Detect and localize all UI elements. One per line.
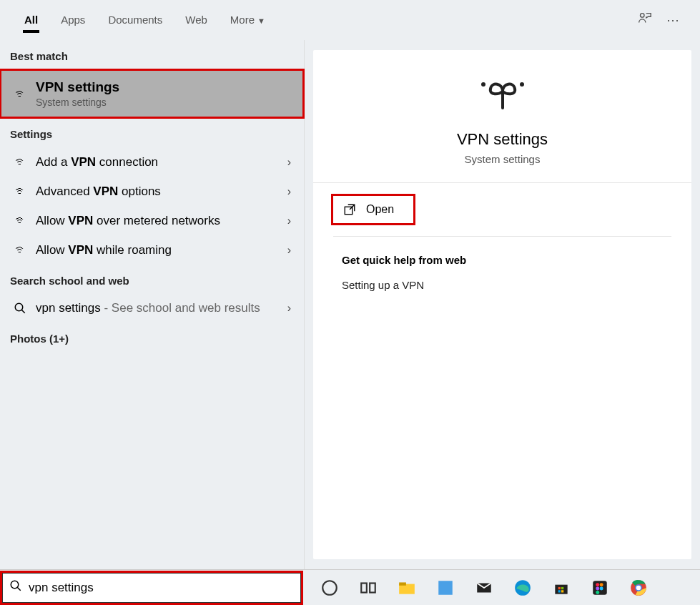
- result-label: Add a VPN connection: [36, 155, 287, 169]
- vpn-icon: ᯤ: [10, 184, 30, 199]
- svg-point-3: [481, 82, 485, 87]
- tab-documents[interactable]: Documents: [97, 4, 174, 37]
- result-label: Allow VPN while roaming: [36, 243, 287, 257]
- best-match-result[interactable]: ᯤ VPN settings System settings: [0, 69, 304, 118]
- open-icon: [343, 203, 356, 216]
- best-match-title: VPN settings: [36, 79, 294, 95]
- chevron-right-icon: ›: [287, 244, 294, 257]
- vpn-icon: ᯤ: [10, 213, 30, 228]
- chevron-right-icon: ›: [287, 302, 294, 315]
- detail-panel: VPN settings System settings Open Get qu…: [313, 50, 691, 559]
- vpn-icon: ᯤ: [10, 154, 30, 169]
- svg-point-25: [600, 586, 603, 590]
- svg-point-29: [636, 585, 641, 590]
- quick-help-link[interactable]: Setting up a VPN: [342, 279, 663, 291]
- chevron-right-icon: ›: [287, 156, 294, 169]
- svg-rect-16: [555, 584, 567, 594]
- svg-point-26: [596, 591, 599, 594]
- file-explorer-icon[interactable]: [389, 572, 425, 604]
- svg-rect-12: [399, 582, 406, 585]
- taskbar-search[interactable]: [1, 572, 302, 604]
- feedback-icon[interactable]: [630, 11, 659, 30]
- svg-point-0: [641, 13, 645, 17]
- figma-icon[interactable]: [582, 572, 618, 604]
- vpn-large-icon: [478, 76, 528, 114]
- detail-title: VPN settings: [457, 130, 548, 149]
- svg-rect-20: [561, 590, 563, 592]
- vpn-icon: ᯤ: [10, 87, 30, 102]
- best-match-subtitle: System settings: [36, 97, 294, 108]
- detail-subtitle: System settings: [465, 153, 541, 165]
- svg-point-6: [11, 581, 19, 589]
- app-icon[interactable]: [428, 572, 463, 604]
- search-results-panel: Best match ᯤ VPN settings System setting…: [0, 40, 305, 569]
- result-label: Allow VPN over metered networks: [36, 214, 287, 228]
- web-search-result[interactable]: vpn settings - See school and web result…: [0, 294, 304, 323]
- svg-point-8: [322, 581, 337, 595]
- tab-more[interactable]: More▼: [219, 4, 277, 37]
- section-settings: Settings: [0, 118, 304, 147]
- chevron-right-icon: ›: [287, 185, 294, 198]
- search-icon: [3, 579, 29, 596]
- vpn-icon: ᯤ: [10, 242, 30, 257]
- section-best-match: Best match: [0, 40, 304, 69]
- search-icon: [10, 302, 30, 315]
- svg-point-4: [520, 82, 524, 87]
- open-button[interactable]: Open: [333, 196, 413, 223]
- svg-line-7: [17, 587, 21, 591]
- svg-rect-13: [438, 581, 453, 595]
- store-icon[interactable]: [543, 572, 579, 604]
- svg-point-24: [596, 586, 599, 590]
- mail-icon[interactable]: [466, 572, 502, 604]
- open-label: Open: [366, 203, 394, 216]
- cortana-icon[interactable]: [312, 572, 347, 604]
- search-input[interactable]: [29, 574, 300, 602]
- tab-apps[interactable]: Apps: [49, 4, 97, 37]
- svg-rect-17: [558, 586, 561, 589]
- svg-rect-19: [558, 590, 561, 592]
- more-options-icon[interactable]: ⋯: [659, 12, 687, 28]
- settings-result-vpn-roaming[interactable]: ᯤ Allow VPN while roaming ›: [0, 235, 304, 265]
- settings-result-advanced-vpn[interactable]: ᯤ Advanced VPN options ›: [0, 177, 304, 206]
- task-view-icon[interactable]: [350, 572, 386, 604]
- svg-rect-10: [370, 583, 375, 592]
- chevron-down-icon: ▼: [257, 16, 265, 25]
- settings-result-add-vpn[interactable]: ᯤ Add a VPN connection ›: [0, 147, 304, 177]
- settings-result-vpn-metered[interactable]: ᯤ Allow VPN over metered networks ›: [0, 206, 304, 235]
- section-photos: Photos (1+): [0, 323, 304, 352]
- svg-rect-9: [361, 583, 367, 592]
- edge-icon[interactable]: [505, 572, 541, 604]
- result-label: vpn settings - See school and web result…: [36, 301, 287, 315]
- chevron-right-icon: ›: [287, 215, 294, 227]
- search-filter-tabs: All Apps Documents Web More▼ ⋯: [0, 0, 700, 40]
- svg-line-2: [21, 310, 25, 313]
- taskbar: [0, 569, 700, 605]
- section-search-web: Search school and web: [0, 265, 304, 294]
- tab-all[interactable]: All: [13, 4, 49, 37]
- svg-point-1: [15, 303, 23, 311]
- svg-point-22: [596, 583, 599, 586]
- result-label: Advanced VPN options: [36, 185, 287, 199]
- svg-rect-18: [561, 586, 563, 589]
- svg-point-23: [600, 583, 603, 586]
- tab-web[interactable]: Web: [174, 4, 219, 37]
- chrome-icon[interactable]: [621, 572, 656, 604]
- quick-help-heading: Get quick help from web: [342, 254, 663, 266]
